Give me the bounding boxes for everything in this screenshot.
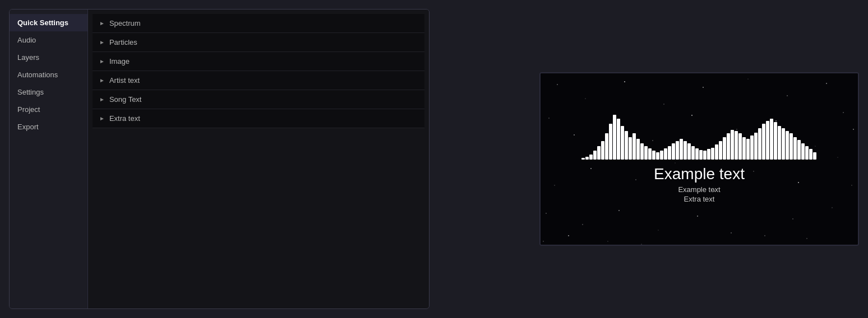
app-background: Quick Settings Audio Layers Automations … <box>0 0 868 318</box>
svg-rect-58 <box>648 148 652 160</box>
svg-rect-86 <box>758 128 761 160</box>
sidebar-item-settings[interactable]: Settings <box>10 83 87 101</box>
svg-point-20 <box>675 162 675 163</box>
svg-point-34 <box>764 235 765 236</box>
svg-rect-80 <box>735 131 738 160</box>
svg-rect-49 <box>613 115 616 160</box>
svg-rect-43 <box>589 155 593 160</box>
sidebar-item-audio[interactable]: Audio <box>10 31 87 49</box>
preview-extra-text: Extra text <box>654 195 745 203</box>
sidebar-item-layers[interactable]: Layers <box>10 49 87 66</box>
svg-point-9 <box>574 134 575 135</box>
svg-rect-69 <box>691 146 695 160</box>
svg-rect-72 <box>703 151 707 160</box>
layer-item-extra-text[interactable]: ► Extra text <box>93 109 424 128</box>
svg-point-31 <box>832 207 832 208</box>
svg-rect-53 <box>629 137 632 160</box>
svg-point-27 <box>618 210 620 211</box>
preview-panel: Example text Example text Extra text <box>539 72 859 246</box>
svg-point-19 <box>635 179 636 180</box>
layers-list: ► Spectrum ► Particles ► Image ► Artist … <box>93 14 424 128</box>
svg-rect-70 <box>695 148 699 160</box>
svg-point-3 <box>663 104 664 104</box>
svg-point-28 <box>658 230 658 230</box>
svg-point-8 <box>548 118 549 118</box>
chevron-right-icon: ► <box>99 115 105 121</box>
svg-rect-88 <box>766 121 769 160</box>
svg-point-0 <box>557 84 558 85</box>
svg-point-17 <box>554 185 555 185</box>
svg-rect-96 <box>797 140 801 160</box>
svg-rect-79 <box>731 130 734 160</box>
svg-rect-63 <box>668 146 671 160</box>
svg-rect-61 <box>660 151 663 160</box>
svg-point-30 <box>792 218 793 219</box>
svg-rect-51 <box>621 126 624 160</box>
svg-point-36 <box>853 129 854 130</box>
svg-rect-54 <box>632 133 636 160</box>
svg-rect-75 <box>715 144 718 160</box>
svg-rect-95 <box>793 137 797 160</box>
svg-point-40 <box>806 238 807 238</box>
svg-point-16 <box>843 112 844 113</box>
layer-item-spectrum[interactable]: ► Spectrum <box>93 14 424 33</box>
svg-rect-84 <box>750 135 754 160</box>
svg-rect-44 <box>593 151 597 160</box>
svg-rect-66 <box>680 139 683 160</box>
svg-point-5 <box>747 78 748 79</box>
preview-main-text: Example text <box>654 165 745 183</box>
svg-rect-52 <box>625 131 628 160</box>
svg-rect-68 <box>687 143 691 160</box>
svg-point-35 <box>851 185 852 185</box>
layer-item-image[interactable]: ► Image <box>93 52 424 71</box>
sidebar-item-project[interactable]: Project <box>10 101 87 118</box>
svg-rect-42 <box>585 157 589 160</box>
svg-rect-46 <box>601 141 604 160</box>
svg-rect-50 <box>617 119 620 160</box>
svg-point-23 <box>798 182 799 183</box>
svg-rect-91 <box>778 126 781 160</box>
svg-rect-98 <box>805 146 809 160</box>
svg-rect-47 <box>605 133 608 160</box>
svg-rect-64 <box>672 143 675 160</box>
svg-point-18 <box>590 168 592 169</box>
svg-rect-76 <box>719 141 722 160</box>
spectrum-visualization <box>581 115 817 160</box>
sidebar-item-export[interactable]: Export <box>10 118 87 135</box>
layer-item-song-text[interactable]: ► Song Text <box>93 90 424 109</box>
svg-rect-83 <box>746 139 750 160</box>
preview-sub-text: Example text <box>654 185 745 194</box>
preview-inner: Example text Example text Extra text <box>541 73 858 245</box>
svg-rect-73 <box>707 149 710 160</box>
chevron-right-icon: ► <box>99 96 105 102</box>
svg-rect-56 <box>640 143 644 160</box>
preview-texts: Example text Example text Extra text <box>654 165 745 203</box>
content-area: ► Spectrum ► Particles ► Image ► Artist … <box>88 10 429 308</box>
svg-point-37 <box>543 241 544 242</box>
sidebar-item-automations[interactable]: Automations <box>10 66 87 83</box>
svg-point-24 <box>837 157 838 157</box>
chevron-right-icon: ► <box>99 20 105 26</box>
svg-rect-99 <box>809 149 812 160</box>
svg-rect-48 <box>609 124 612 160</box>
chevron-right-icon: ► <box>99 77 105 83</box>
svg-rect-90 <box>774 122 777 160</box>
svg-point-7 <box>826 83 827 84</box>
svg-rect-71 <box>699 150 703 160</box>
svg-point-26 <box>582 224 583 225</box>
svg-point-1 <box>585 98 585 99</box>
svg-point-38 <box>641 244 641 244</box>
svg-rect-57 <box>644 146 648 160</box>
svg-rect-81 <box>738 133 742 160</box>
layer-item-artist-text[interactable]: ► Artist text <box>93 71 424 90</box>
svg-point-22 <box>753 171 754 171</box>
svg-point-29 <box>697 216 698 217</box>
chevron-right-icon: ► <box>99 39 105 45</box>
svg-rect-59 <box>652 151 655 160</box>
chevron-right-icon: ► <box>99 58 105 64</box>
svg-rect-60 <box>656 152 659 160</box>
sidebar-item-quick-settings[interactable]: Quick Settings <box>10 14 87 31</box>
svg-rect-82 <box>742 137 746 160</box>
layer-item-particles[interactable]: ► Particles <box>93 33 424 52</box>
svg-rect-89 <box>770 119 773 160</box>
